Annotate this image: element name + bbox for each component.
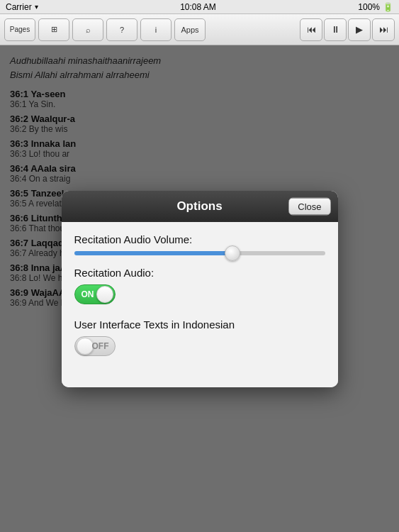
battery-label: 100%: [358, 2, 380, 12]
play-icon: ▶: [356, 24, 363, 35]
modal-title: Options: [176, 199, 222, 214]
toggle-thumb: [77, 338, 94, 355]
search-icon: ⌕: [86, 26, 91, 34]
toggle-thumb: [96, 286, 113, 303]
ui-texts-option-row: User Interface Texts in Indonesian OFF: [74, 318, 325, 359]
ui-texts-toggle-container: OFF: [74, 336, 116, 356]
modal-header: Options Close: [62, 191, 338, 222]
content-area: Audhubillaahi minashaithaanirrajeem Bism…: [0, 45, 399, 532]
help-button[interactable]: ?: [106, 18, 137, 41]
rewind-button[interactable]: ⏮: [300, 18, 322, 41]
volume-label: Recitation Audio Volume:: [74, 233, 325, 245]
status-right: 100% 🔋: [358, 2, 393, 12]
recitation-option-row: Recitation Audio: ON: [74, 267, 325, 307]
options-modal: Options Close Recitation Audio Volume: R…: [62, 191, 338, 387]
carrier-label: Carrier: [6, 2, 32, 12]
question-icon: ?: [120, 26, 124, 34]
fast-forward-button[interactable]: ⏭: [372, 18, 395, 41]
rewind-icon: ⏮: [307, 24, 316, 35]
slider-thumb[interactable]: [225, 245, 240, 261]
apps-button[interactable]: Apps: [174, 18, 206, 41]
ui-texts-toggle[interactable]: OFF: [74, 336, 116, 356]
volume-slider[interactable]: [74, 251, 325, 255]
info-icon: i: [155, 26, 157, 34]
status-bar: Carrier ▾ 10:08 AM 100% 🔋: [0, 0, 399, 14]
recitation-toggle[interactable]: ON: [74, 284, 116, 304]
toggle-on-label: ON: [82, 289, 94, 299]
ui-texts-label: User Interface Texts in Indonesian: [74, 318, 325, 331]
pause-button[interactable]: ⏸: [324, 18, 347, 41]
volume-option-row: Recitation Audio Volume:: [74, 233, 325, 255]
apps-label: Apps: [181, 26, 198, 34]
modal-body: Recitation Audio Volume: Recitation Audi…: [62, 222, 338, 387]
status-left: Carrier ▾: [6, 2, 38, 12]
time-display: 10:08 AM: [180, 2, 216, 12]
modal-overlay: Options Close Recitation Audio Volume: R…: [0, 45, 399, 532]
info-button[interactable]: i: [140, 18, 172, 41]
wifi-icon: ▾: [35, 3, 38, 11]
fast-forward-icon: ⏭: [379, 24, 388, 35]
pages-button[interactable]: Pages: [4, 18, 35, 41]
pause-icon: ⏸: [331, 24, 340, 35]
media-controls: ⏮ ⏸ ▶ ⏭: [300, 18, 395, 41]
recitation-toggle-container: ON: [74, 284, 116, 304]
bookmark-button[interactable]: ⊞: [38, 18, 69, 41]
play-button[interactable]: ▶: [348, 18, 371, 41]
toolbar: Pages ⊞ ⌕ ? i Apps ⏮ ⏸ ▶ ⏭: [0, 14, 399, 45]
battery-icon: 🔋: [383, 2, 393, 12]
recitation-label: Recitation Audio:: [74, 267, 325, 279]
toggle-off-label: OFF: [92, 341, 109, 351]
close-button[interactable]: Close: [288, 197, 330, 215]
search-button[interactable]: ⌕: [72, 18, 103, 41]
bookmark-icon: ⊞: [51, 25, 57, 34]
pages-label: Pages: [10, 26, 30, 33]
